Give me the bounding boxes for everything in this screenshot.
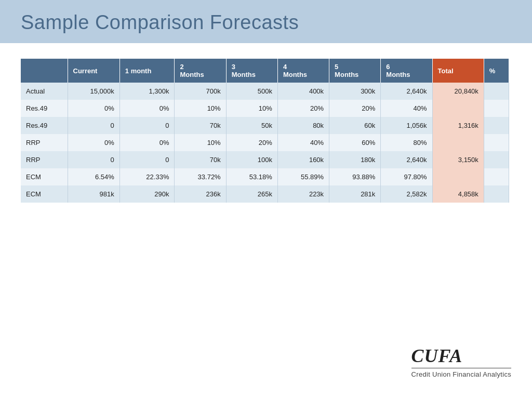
table-cell-m3: 10% [226, 100, 277, 117]
col-header-m3: 3Months [226, 59, 277, 83]
table-cell-m4: 40% [277, 134, 329, 151]
table-cell-m4: 160k [277, 151, 329, 168]
table-row: ECM6.54%22.33%33.72%53.18%55.89%93.88%97… [21, 168, 509, 185]
table-cell-m2: 33.72% [175, 168, 226, 185]
table-cell-m3: 500k [226, 83, 277, 100]
table-cell-m1: 22.33% [119, 168, 175, 185]
table-cell-m5: 300k [329, 83, 381, 100]
table-cell-m3: 53.18% [226, 168, 277, 185]
table-cell-pct [484, 151, 509, 168]
table-cell-total [432, 100, 484, 117]
table-cell-row_label: Res.49 [21, 117, 68, 134]
table-cell-m2: 70k [175, 151, 226, 168]
table-cell-row_label: RRP [21, 151, 68, 168]
table-cell-m6: 97.80% [381, 168, 432, 185]
table-cell-m4: 20% [277, 100, 329, 117]
table-cell-current: 0% [68, 134, 119, 151]
table-cell-row_label: ECM [21, 168, 68, 185]
table-cell-m6: 40% [381, 100, 432, 117]
table-cell-current: 0% [68, 100, 119, 117]
col-header-m4: 4Months [277, 59, 329, 83]
table-cell-row_label: RRP [21, 134, 68, 151]
table-cell-current: 0 [68, 117, 119, 134]
col-header-current: Current [68, 59, 119, 83]
table-cell-m3: 20% [226, 134, 277, 151]
table-cell-m5: 281k [329, 185, 381, 203]
table-cell-pct [484, 134, 509, 151]
table-cell-m1: 0% [119, 100, 175, 117]
table-row: Actual15,000k1,300k700k500k400k300k2,640… [21, 83, 509, 100]
table-cell-m4: 80k [277, 117, 329, 134]
table-cell-m5: 180k [329, 151, 381, 168]
table-cell-m1: 0 [119, 117, 175, 134]
col-header-label [21, 59, 68, 83]
table-cell-current: 0 [68, 151, 119, 168]
table-cell-row_label: Res.49 [21, 100, 68, 117]
header-bar: Sample Comparison Forecasts [0, 0, 532, 43]
table-cell-m6: 1,056k [381, 117, 432, 134]
col-header-pct: % [484, 59, 509, 83]
table-cell-m2: 236k [175, 185, 226, 203]
table-cell-m5: 93.88% [329, 168, 381, 185]
table-cell-m4: 55.89% [277, 168, 329, 185]
table-cell-m1: 290k [119, 185, 175, 203]
table-cell-m1: 1,300k [119, 83, 175, 100]
table-cell-total [432, 168, 484, 185]
table-cell-m5: 60% [329, 134, 381, 151]
table-cell-total: 3,150k [432, 151, 484, 168]
table-cell-m6: 2,640k [381, 83, 432, 100]
table-cell-pct [484, 168, 509, 185]
table-row: RRP0%0%10%20%40%60%80% [21, 134, 509, 151]
table-cell-current: 6.54% [68, 168, 119, 185]
table-cell-m3: 50k [226, 117, 277, 134]
table-cell-pct [484, 117, 509, 134]
table-cell-m3: 100k [226, 151, 277, 168]
table-cell-m2: 70k [175, 117, 226, 134]
table-cell-m1: 0% [119, 134, 175, 151]
table-cell-pct [484, 185, 509, 203]
col-header-m1: 1 month [119, 59, 175, 83]
col-header-m5: 5Months [329, 59, 381, 83]
table-cell-m2: 10% [175, 100, 226, 117]
table-cell-total [432, 134, 484, 151]
table-cell-m3: 265k [226, 185, 277, 203]
col-header-m6: 6Months [381, 59, 432, 83]
branding-tagline: Credit Union Financial Analytics [411, 368, 511, 378]
table-cell-pct [484, 83, 509, 100]
content-area: Current 1 month 2Months 3Months 4Months … [0, 43, 532, 213]
table-cell-m2: 10% [175, 134, 226, 151]
table-cell-total: 4,858k [432, 185, 484, 203]
page-title: Sample Comparison Forecasts [21, 11, 511, 34]
table-cell-m5: 60k [329, 117, 381, 134]
table-cell-total: 20,840k [432, 83, 484, 100]
table-cell-m2: 700k [175, 83, 226, 100]
table-row: RRP0070k100k160k180k2,640k3,150k [21, 151, 509, 168]
table-cell-m6: 2,640k [381, 151, 432, 168]
table-cell-current: 15,000k [68, 83, 119, 100]
table-cell-row_label: Actual [21, 83, 68, 100]
table-cell-row_label: ECM [21, 185, 68, 203]
table-cell-total: 1,316k [432, 117, 484, 134]
table-row: ECM981k290k236k265k223k281k2,582k4,858k [21, 185, 509, 203]
branding: CUFA Credit Union Financial Analytics [411, 345, 511, 378]
table-cell-m1: 0 [119, 151, 175, 168]
table-cell-m6: 2,582k [381, 185, 432, 203]
table-cell-current: 981k [68, 185, 119, 203]
table-cell-m4: 400k [277, 83, 329, 100]
table-cell-m6: 80% [381, 134, 432, 151]
table-header-row: Current 1 month 2Months 3Months 4Months … [21, 59, 509, 83]
table-cell-m4: 223k [277, 185, 329, 203]
table-body: Actual15,000k1,300k700k500k400k300k2,640… [21, 83, 509, 203]
table-cell-m5: 20% [329, 100, 381, 117]
table-row: Res.490%0%10%10%20%20%40% [21, 100, 509, 117]
table-row: Res.490070k50k80k60k1,056k1,316k [21, 117, 509, 134]
table-cell-pct [484, 100, 509, 117]
comparison-table: Current 1 month 2Months 3Months 4Months … [21, 59, 509, 203]
col-header-total: Total [432, 59, 484, 83]
col-header-m2: 2Months [175, 59, 226, 83]
branding-name: CUFA [411, 345, 511, 367]
